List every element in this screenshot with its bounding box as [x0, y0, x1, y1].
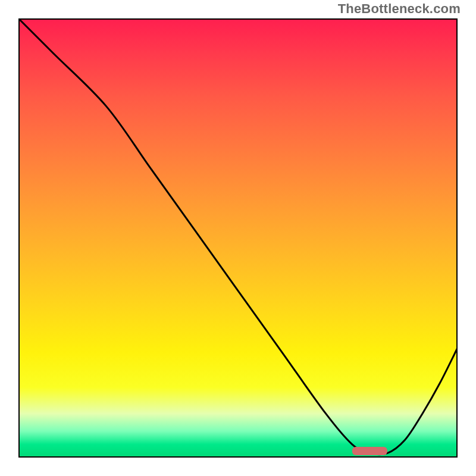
bottleneck-curve — [18, 18, 458, 455]
plot-background — [18, 18, 458, 458]
root: TheBottleneck.com — [0, 0, 476, 476]
chart-svg — [18, 18, 458, 458]
watermark-text: TheBottleneck.com — [338, 1, 461, 17]
optimal-range-marker — [352, 447, 387, 455]
